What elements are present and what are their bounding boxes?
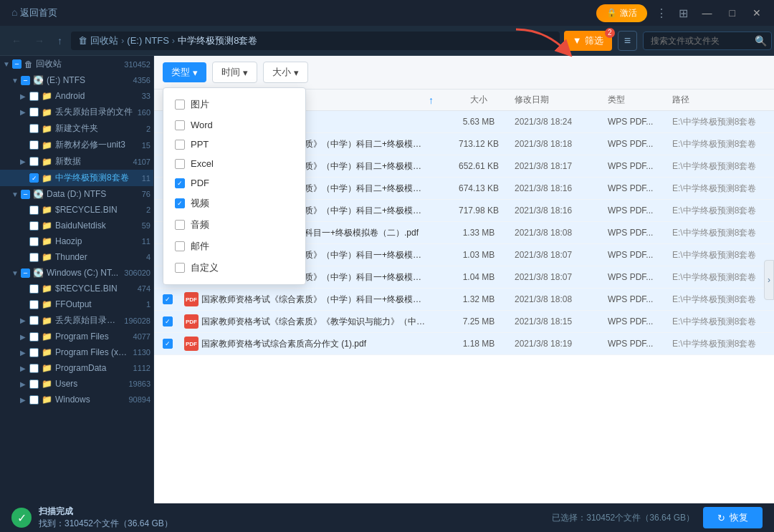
dropdown-item-ppt[interactable]: PPT: [163, 135, 305, 154]
tree-checkbox-baidu[interactable]: [29, 221, 39, 231]
sidebar-item-users[interactable]: ▶ 📁 Users 19863: [0, 376, 153, 392]
tree-checkbox-ntfs-d[interactable]: [21, 190, 30, 199]
tree-checkbox-recycle-d[interactable]: [29, 205, 39, 215]
sidebar-item-lost-c[interactable]: ▶ 📁 丢失原始目录的… 196028: [0, 312, 153, 329]
sidebar-item-ntfs-e[interactable]: ▼ 💽 (E:) NTFS 4356: [0, 72, 153, 88]
tree-checkbox-recycle[interactable]: [12, 59, 22, 69]
filter-button[interactable]: ▼ 筛选 2: [564, 31, 612, 51]
tree-checkbox-exam8[interactable]: [29, 173, 39, 183]
tree-checkbox-pf[interactable]: [29, 332, 39, 342]
dropdown-item-word[interactable]: Word: [163, 115, 305, 135]
tree-checkbox-recycle-c[interactable]: [29, 284, 39, 294]
tree-checkbox-ntfs-e[interactable]: [21, 76, 30, 85]
minimize-button[interactable]: —: [697, 6, 718, 20]
tree-checkbox-ffoutput[interactable]: [29, 300, 39, 309]
row-checkbox-10[interactable]: ✓: [163, 339, 184, 349]
sidebar-item-android[interactable]: ▶ 📁 Android 33: [0, 88, 153, 104]
sidebar-item-thunder[interactable]: 📁 Thunder 4: [0, 249, 153, 265]
maximize-button[interactable]: □: [724, 6, 741, 20]
dropdown-item-excel[interactable]: Excel: [163, 154, 305, 173]
tree-checkbox-lost-c[interactable]: [29, 316, 39, 325]
table-row[interactable]: ✓ PDF 国家教师资格考试《综合素质》（中学）科目一+终极模拟卷（一）.pdf…: [154, 289, 774, 311]
sidebar-item-recycle-c[interactable]: 📁 $RECYCLE.BIN 474: [0, 281, 153, 296]
checkbox-custom[interactable]: [175, 263, 185, 273]
col-date-header[interactable]: 修改日期: [515, 94, 608, 106]
table-row[interactable]: ✓ PDF 国家教师资格考试《综合素质》《教学知识与能力》（中学）终极模… 7.…: [154, 311, 774, 333]
table-row[interactable]: ✓ PDF 国家教师资格考试综合素质高分作文 (1).pdf 1.18 MB 2…: [154, 333, 774, 355]
sidebar-item-lost-files-e[interactable]: ▶ 📁 丢失原始目录的文件 160: [0, 104, 153, 120]
col-size-header[interactable]: 大小: [443, 94, 515, 106]
activate-button[interactable]: 🔒 激活: [596, 4, 647, 22]
sidebar-item-ffoutput[interactable]: 📁 FFOutput 1: [0, 296, 153, 312]
sidebar-item-new-data[interactable]: ▶ 📁 新数据 4107: [0, 153, 153, 170]
list-view-button[interactable]: ≡: [618, 31, 637, 51]
share-icon[interactable]: ⋮: [653, 5, 670, 21]
sidebar-item-recycle[interactable]: ▼ 🗑 回收站 310452: [0, 56, 153, 72]
dropdown-item-pdf[interactable]: PDF: [163, 173, 305, 193]
back-home-label: 返回首页: [20, 7, 57, 18]
sidebar-item-exam8[interactable]: 📁 中学终极预测8套卷 11: [0, 170, 153, 186]
dropdown-item-video[interactable]: 视频: [163, 193, 305, 214]
back-home-button[interactable]: ⌂ 返回首页: [7, 4, 62, 22]
row-checkbox-8[interactable]: ✓: [163, 294, 184, 304]
sidebar-item-program-files-x86[interactable]: ▶ 📁 Program Files (x86) 1130: [0, 344, 153, 360]
scroll-right-button[interactable]: ›: [764, 260, 774, 300]
checkbox-audio[interactable]: [175, 220, 185, 230]
sidebar-item-new-folder[interactable]: 📁 新建文件夹 2: [0, 120, 153, 137]
tree-checkbox-users[interactable]: [29, 379, 39, 389]
sidebar-item-haozip[interactable]: 📁 Haozip 11: [0, 233, 153, 249]
nav-back-button[interactable]: ←: [7, 32, 26, 49]
tree-checkbox-ntfs-c[interactable]: [21, 269, 30, 278]
breadcrumb-drive[interactable]: (E:) NTFS: [127, 35, 169, 46]
checkbox-mail[interactable]: [175, 241, 185, 251]
col-type-header[interactable]: 类型: [608, 94, 672, 106]
tree-checkbox-new-data[interactable]: [29, 157, 39, 166]
checkbox-word[interactable]: [175, 120, 185, 130]
checkbox-video[interactable]: [175, 198, 185, 208]
close-button[interactable]: ✕: [747, 6, 767, 20]
sidebar-label-lost-e: 丢失原始目录的文件: [55, 106, 135, 118]
sidebar-item-ntfs-d[interactable]: ▼ 💽 Data (D:) NTFS 76: [0, 186, 153, 202]
search-input[interactable]: [643, 32, 772, 50]
sidebar-item-ntfs-c[interactable]: ▼ 💽 Windows (C:) NT... 306020: [0, 265, 153, 281]
tree-checkbox-unit3[interactable]: [29, 140, 39, 150]
checkbox-ppt[interactable]: [175, 140, 185, 150]
sidebar-item-programdata[interactable]: ▶ 📁 ProgramData 1112: [0, 360, 153, 376]
folder-windows-icon: 📁: [42, 395, 52, 405]
size-filter-button[interactable]: 大小 ▾: [263, 62, 308, 83]
layout-icon[interactable]: ⊞: [676, 5, 691, 21]
tree-checkbox-android[interactable]: [29, 92, 39, 101]
tree-checkbox-haozip[interactable]: [29, 237, 39, 246]
dropdown-item-audio[interactable]: 音频: [163, 214, 305, 236]
checkbox-image[interactable]: [175, 100, 185, 110]
col-path-header[interactable]: 路径: [672, 94, 765, 106]
breadcrumb-recycle[interactable]: 🗑: [78, 35, 87, 46]
tree-checkbox-thunder[interactable]: [29, 253, 39, 262]
time-filter-button[interactable]: 时间 ▾: [212, 62, 257, 83]
sidebar-label-exam8: 中学终极预测8套卷: [55, 172, 139, 184]
tree-checkbox-new-folder[interactable]: [29, 124, 39, 133]
dropdown-item-custom[interactable]: 自定义: [163, 257, 305, 279]
dropdown-item-image[interactable]: 图片: [163, 94, 305, 115]
tree-checkbox-pd[interactable]: [29, 364, 39, 373]
type-filter-button[interactable]: 类型 ▾: [163, 62, 206, 82]
tree-checkbox-pfx86[interactable]: [29, 348, 39, 357]
dropdown-label-audio: 音频: [191, 218, 209, 231]
sidebar-item-windows[interactable]: ▶ 📁 Windows 90894: [0, 392, 153, 407]
sidebar-item-recycle-d[interactable]: 📁 $RECYCLE.BIN 2: [0, 202, 153, 218]
tree-checkbox-windows[interactable]: [29, 395, 39, 405]
sidebar-item-unit3[interactable]: 📁 新教材必修一unit3 15: [0, 137, 153, 153]
breadcrumb-recycle-label[interactable]: 回收站: [90, 34, 118, 47]
recover-button[interactable]: ↻ 恢复: [703, 507, 763, 528]
checkbox-pdf[interactable]: [175, 178, 185, 188]
tree-checkbox-lost-e[interactable]: [29, 107, 39, 117]
checkbox-excel[interactable]: [175, 159, 185, 169]
nav-up-button[interactable]: ↑: [53, 32, 67, 49]
dropdown-item-mail[interactable]: 邮件: [163, 236, 305, 257]
pdf-icon-10: PDF: [184, 337, 199, 351]
sidebar-item-baidu[interactable]: 📁 BaiduNetdisk 59: [0, 218, 153, 233]
nav-forward-button[interactable]: →: [30, 32, 49, 49]
sort-up-icon[interactable]: ↑: [429, 95, 434, 106]
sidebar-item-program-files[interactable]: ▶ 📁 Program Files 4077: [0, 329, 153, 344]
row-checkbox-9[interactable]: ✓: [163, 316, 184, 327]
